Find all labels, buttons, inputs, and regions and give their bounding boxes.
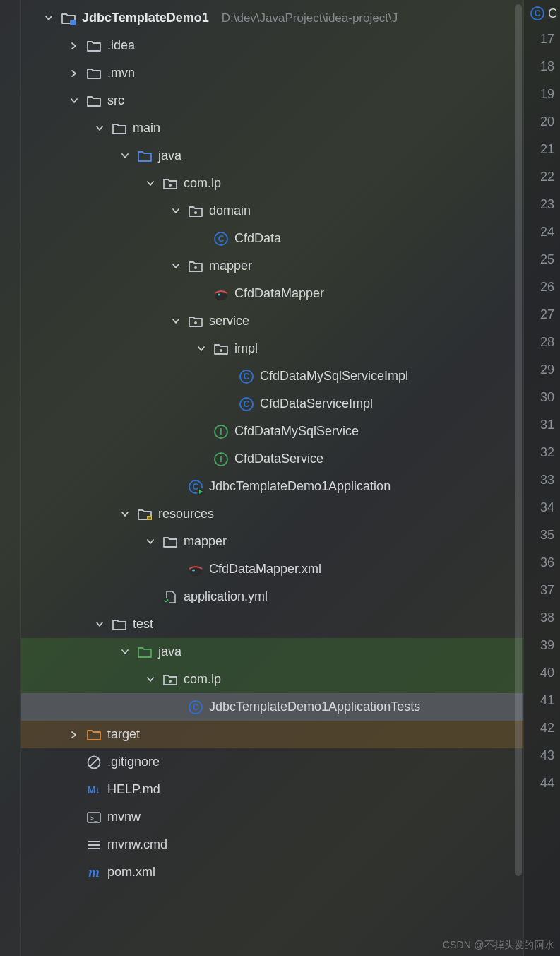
gutter-line[interactable]: 20 [524, 108, 560, 136]
project-tree[interactable]: JdbcTemplateDemo1D:\dev\JavaProject\idea… [21, 0, 523, 956]
gutter-line[interactable]: 35 [524, 521, 560, 549]
tree-item-JdbcTemplateDemo1Application[interactable]: JdbcTemplateDemo1Application [21, 473, 523, 500]
gutter-line[interactable]: 37 [524, 577, 560, 604]
chevron-down-icon[interactable] [144, 536, 157, 548]
tree-item-idea[interactable]: .idea [21, 32, 523, 59]
tree-item-label: CfdDataMapper.xml [209, 562, 321, 577]
module-folder-icon [61, 11, 76, 26]
gutter-line[interactable]: 26 [524, 273, 560, 301]
folder-src-icon [137, 148, 153, 164]
tree-item-resources[interactable]: resources [21, 500, 523, 528]
tool-window-stripe[interactable] [0, 0, 21, 956]
tree-item-CfdDataMySqlServiceImpl[interactable]: CfdDataMySqlServiceImpl [21, 362, 523, 390]
tree-item-gitignore[interactable]: .gitignore [21, 748, 523, 776]
chevron-down-icon[interactable] [93, 618, 106, 631]
chevron-down-icon[interactable] [169, 315, 182, 328]
folder-pkg-icon [162, 672, 178, 688]
chevron-down-icon[interactable] [195, 343, 208, 355]
tree-item-label: .mvn [107, 66, 135, 81]
chevron-down-icon[interactable] [68, 95, 81, 107]
tree-item-impl[interactable]: impl [21, 335, 523, 362]
gutter-line[interactable]: 34 [524, 494, 560, 521]
gutter-line[interactable]: 31 [524, 411, 560, 439]
chevron-down-icon[interactable] [169, 205, 182, 218]
tree-item-label: mapper [209, 259, 252, 273]
chevron-right-icon[interactable] [68, 40, 81, 52]
gutter-line[interactable]: 25 [524, 246, 560, 273]
tree-item-label: com.lp [184, 176, 221, 191]
chevron-down-icon[interactable] [119, 508, 131, 521]
tree-item-label: CfdDataService [234, 452, 323, 466]
chevron-down-icon[interactable] [119, 150, 131, 163]
tree-item-mvnw[interactable]: >_mvnw [21, 803, 523, 831]
gutter-line[interactable]: 41 [524, 687, 560, 714]
tree-item-applicationyml[interactable]: application.yml [21, 583, 523, 610]
gutter-line[interactable]: 29 [524, 356, 560, 384]
yml-icon [162, 589, 178, 605]
gutter-line[interactable]: 27 [524, 301, 560, 329]
gutter-line[interactable]: 22 [524, 163, 560, 191]
class-c-run-icon [188, 479, 203, 495]
chevron-right-icon[interactable] [68, 67, 81, 80]
tree-item-JdbcTemplateDemo1ApplicationTests[interactable]: JdbcTemplateDemo1ApplicationTests [21, 693, 523, 721]
class-i-icon [213, 452, 229, 467]
tree-item-target[interactable]: target [21, 721, 523, 748]
gutter-line[interactable]: 36 [524, 549, 560, 577]
tree-item-service[interactable]: service [21, 307, 523, 335]
chevron-down-icon[interactable] [169, 260, 182, 273]
gutter-line[interactable]: 38 [524, 604, 560, 632]
tree-item-mapper[interactable]: mapper [21, 252, 523, 280]
tree-item-domain[interactable]: domain [21, 197, 523, 225]
folder-pkg-icon [188, 314, 203, 329]
gutter-line[interactable]: 23 [524, 191, 560, 218]
tree-item-CfdDataMapperXml[interactable]: CfdDataMapper.xml [21, 555, 523, 583]
gutter-line[interactable]: 32 [524, 439, 560, 466]
tree-item-res-mapper[interactable]: mapper [21, 528, 523, 555]
gutter-line[interactable]: 30 [524, 384, 560, 411]
tree-item-pkg[interactable]: com.lp [21, 170, 523, 197]
gutter-line[interactable]: 19 [524, 81, 560, 108]
tree-item-label: target [107, 727, 140, 742]
tree-item-CfdData[interactable]: CfdData [21, 225, 523, 252]
gutter-line[interactable]: 33 [524, 466, 560, 494]
tree-item-test-pkg[interactable]: com.lp [21, 666, 523, 693]
gutter-line[interactable]: 40 [524, 659, 560, 687]
folder-pkg-icon [188, 203, 203, 219]
folder-icon [112, 617, 127, 632]
chevron-down-icon[interactable] [119, 646, 131, 659]
tree-item-main[interactable]: main [21, 114, 523, 142]
tree-item-test[interactable]: test [21, 610, 523, 638]
gutter-line[interactable]: 44 [524, 769, 560, 797]
tree-item-test-java[interactable]: java [21, 638, 523, 666]
gutter-line[interactable]: 42 [524, 714, 560, 742]
tree-item-label: java [158, 148, 181, 163]
gutter-line[interactable]: 18 [524, 53, 560, 81]
chevron-right-icon[interactable] [68, 728, 81, 741]
chevron-down-icon[interactable] [144, 673, 157, 686]
tree-item-pom[interactable]: mpom.xml [21, 858, 523, 886]
tree-item-CfdDataService[interactable]: CfdDataService [21, 445, 523, 473]
tree-item-CfdDataMySqlService[interactable]: CfdDataMySqlService [21, 418, 523, 445]
tree-item-help[interactable]: M↓HELP.md [21, 776, 523, 803]
chevron-down-icon[interactable] [144, 177, 157, 190]
tree-item-label: CfdDataMapper [234, 286, 324, 301]
tree-item-mvnwcmd[interactable]: mvnw.cmd [21, 831, 523, 858]
tree-item-CfdDataMapper[interactable]: CfdDataMapper [21, 280, 523, 307]
gutter-line[interactable]: 21 [524, 136, 560, 163]
tree-item-mvn[interactable]: .mvn [21, 59, 523, 87]
class-i-icon [213, 424, 229, 439]
tree-item-java[interactable]: java [21, 142, 523, 170]
tree-item-root[interactable]: JdbcTemplateDemo1D:\dev\JavaProject\idea… [21, 4, 523, 32]
tree-item-label: service [209, 314, 249, 329]
class-c-icon [188, 700, 203, 715]
gutter-line[interactable]: 17 [524, 25, 560, 53]
gutter-line[interactable]: 24 [524, 218, 560, 246]
tab-letter: C [548, 6, 557, 21]
chevron-down-icon[interactable] [42, 12, 55, 25]
tree-item-CfdDataServiceImpl[interactable]: CfdDataServiceImpl [21, 390, 523, 418]
gutter-line[interactable]: 43 [524, 742, 560, 769]
gutter-line[interactable]: 39 [524, 632, 560, 659]
chevron-down-icon[interactable] [93, 122, 106, 135]
tree-item-src[interactable]: src [21, 87, 523, 114]
gutter-line[interactable]: 28 [524, 329, 560, 356]
